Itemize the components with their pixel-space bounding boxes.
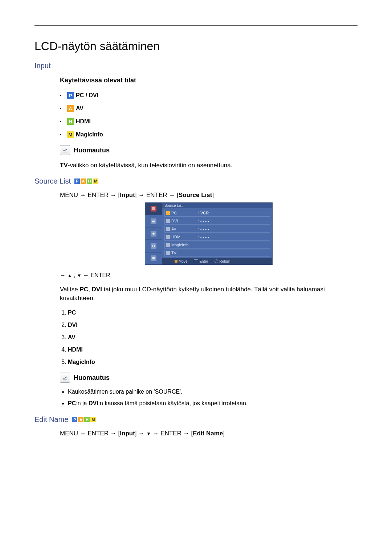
numlist-item: PC — [68, 309, 358, 316]
mode-hdmi: H HDMI — [60, 118, 358, 125]
bullet-bold: DVI — [89, 400, 98, 406]
tv-note-rest: -valikko on käytettävissä, kun televisio… — [68, 162, 233, 169]
mode-badges: P A H M — [72, 417, 96, 422]
path-bold: Input — [120, 192, 135, 198]
bullet-text: :n ja — [76, 400, 89, 406]
note-icon — [60, 373, 70, 383]
section-input: Input — [34, 62, 358, 70]
subhead-modes: Käytettävissä olevat tilat — [60, 77, 358, 84]
osd-row: AV:- - - - — [164, 226, 270, 233]
osd-row: TV — [164, 250, 270, 257]
note-label: Huomautus — [74, 374, 110, 382]
svg-rect-0 — [152, 207, 155, 210]
svg-rect-4 — [152, 257, 155, 259]
bullet-bold: PC — [68, 400, 76, 406]
down-triangle-icon: ▼ — [146, 431, 151, 436]
bullet-icon — [60, 121, 61, 122]
osd-row-label: AV — [171, 227, 197, 231]
bullet-text: :n kanssa tämä poistetaan käytöstä, jos … — [98, 400, 248, 406]
tv-bold: TV — [60, 162, 68, 169]
numlist-item: DVI — [68, 322, 358, 328]
enter-icon — [194, 259, 198, 263]
mode-badges: P A H M — [74, 178, 98, 184]
note-icon — [60, 145, 70, 155]
m-icon: M — [93, 178, 98, 184]
note-bullets: Kaukosäätimen suora painike on 'SOURCE'.… — [60, 389, 358, 407]
svg-point-2 — [152, 233, 155, 235]
note-label: Huomautus — [74, 147, 110, 154]
osd-screenshot: Source List PC:VCRDVI:- - - -AV:- - - -H… — [145, 202, 273, 265]
osd-title: Source List — [162, 203, 272, 208]
osd-row-label: TV — [171, 251, 197, 255]
osd-footer-return: Return — [219, 259, 230, 263]
tv-note: TV-valikko on käytettävissä, kun televis… — [60, 161, 358, 170]
svg-point-3 — [152, 245, 155, 247]
osd-row-icon — [166, 243, 170, 247]
path-text: MENU → ENTER → [ — [60, 192, 120, 198]
osd-row-value: - - - - — [200, 219, 268, 223]
a-icon: A — [78, 417, 83, 422]
osd-row-icon — [166, 219, 170, 223]
editname-path: MENU → ENTER → [Input] → ▼ → ENTER → [Ed… — [60, 430, 358, 437]
p-icon: P — [74, 178, 80, 184]
mode-label: HDMI — [76, 118, 91, 125]
bullet-icon — [60, 95, 61, 96]
bullet-icon — [60, 108, 61, 109]
up-triangle-icon: ▲ — [67, 273, 72, 278]
osd-row-label: PC — [171, 211, 197, 215]
section-sourcelist: Source List — [34, 177, 71, 185]
note-row: Huomautus — [60, 145, 358, 155]
section-editname: Edit Name — [34, 415, 68, 424]
a-icon: A — [81, 178, 86, 184]
osd-row-label: MagicInfo — [171, 243, 197, 247]
path-text: ] → ENTER → [ — [135, 192, 179, 198]
osd-row-value: - - - - — [200, 235, 268, 239]
m-icon: M — [67, 131, 74, 138]
h-icon: H — [84, 417, 90, 422]
osd-row-icon — [166, 211, 170, 215]
osd-row: HDMI:- - - - — [164, 234, 270, 241]
move-icon — [175, 260, 177, 263]
down-triangle-icon: ▼ — [77, 273, 82, 278]
osd-row-icon — [166, 227, 170, 231]
numlist-item: HDMI — [68, 346, 358, 353]
mode-av: A AV — [60, 105, 358, 112]
mode-label: AV — [76, 105, 83, 112]
path-text: ] — [223, 430, 225, 437]
sourcelist-desc: Valitse PC, DVI tai joku muu LCD-näyttöö… — [60, 285, 358, 303]
numlist-item: AV — [68, 334, 358, 341]
p-icon: P — [72, 417, 77, 422]
osd-side-icon — [151, 206, 156, 212]
osd-row-label: HDMI — [171, 235, 197, 239]
desc-text: , — [88, 286, 91, 293]
osd-side-icon — [151, 243, 156, 249]
osd-side-icon — [151, 255, 156, 261]
a-icon: A — [67, 105, 74, 112]
path-bold: Edit Name — [193, 430, 223, 437]
mode-pc-dvi: P PC / DVI — [60, 92, 358, 99]
mode-label: MagicInfo — [76, 131, 103, 138]
path-text: MENU → ENTER → [ — [60, 430, 120, 437]
svg-rect-1 — [152, 221, 155, 222]
note-row: Huomautus — [60, 373, 358, 383]
nav-hint: → ▲ , ▼ → ENTER — [60, 272, 358, 279]
path-text: → ENTER → [ — [151, 430, 193, 437]
mode-magicinfo: M MagicInfo — [60, 131, 358, 138]
bullet-icon — [60, 134, 61, 135]
bullet-item: PC:n ja DVI:n kanssa tämä poistetaan käy… — [68, 400, 358, 407]
p-icon: P — [67, 92, 74, 99]
desc-bold: PC — [80, 286, 89, 293]
return-icon — [215, 259, 218, 263]
mode-label: PC / DVI — [76, 92, 98, 99]
numlist-item: MagicInfo — [68, 359, 358, 365]
desc-bold: DVI — [92, 286, 102, 293]
nav-text: , — [72, 272, 77, 278]
osd-footer-enter: Enter — [199, 259, 208, 263]
h-icon: H — [87, 178, 92, 184]
desc-text: Valitse — [60, 286, 80, 293]
osd-row: DVI:- - - - — [164, 218, 270, 225]
nav-text: → — [60, 272, 67, 278]
bullet-item: Kaukosäätimen suora painike on 'SOURCE'. — [68, 389, 358, 395]
osd-side-icon — [151, 231, 156, 237]
osd-side-icon — [151, 218, 156, 224]
